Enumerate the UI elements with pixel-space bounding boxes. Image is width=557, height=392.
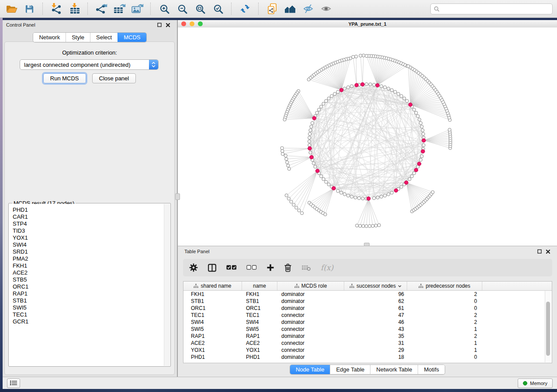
mcds-result-item[interactable]: SWI4 [9,241,170,248]
search-input[interactable] [442,5,549,12]
table-row[interactable]: SWI5SWI5connector431 [183,326,552,333]
float-panel-icon[interactable] [157,23,162,27]
zoom-out-icon[interactable] [175,2,189,16]
deselect-all-icon[interactable] [246,265,257,270]
tab-style[interactable]: Style [66,33,90,42]
table-cell: dominator [277,305,344,311]
mcds-result-item[interactable]: YOX1 [9,234,170,241]
mcds-result-item[interactable]: GCR1 [9,318,170,325]
table-tab-node-table[interactable]: Node Table [290,365,330,374]
close-panel-button[interactable]: Close panel [92,73,136,83]
select-stepper[interactable] [149,60,158,69]
tab-network[interactable]: Network [33,33,66,42]
network-graph[interactable] [178,28,557,246]
delete-column-icon[interactable] [284,263,292,272]
optimization-criterion-select[interactable]: largest connected component (undirected) [20,59,159,70]
export-table-icon[interactable] [112,2,126,16]
mcds-list-scrollbar[interactable] [164,204,170,366]
mcds-result-item[interactable]: TEC1 [9,311,170,318]
selected-criterion: largest connected component (undirected) [20,62,149,68]
import-table-icon[interactable] [67,2,81,16]
tab-mcds[interactable]: MCDS [118,33,146,42]
table-row[interactable]: RAP1RAP1dominator352 [183,333,552,340]
table-row[interactable]: ORC1ORC1dominator610 [183,305,552,312]
mcds-result-item[interactable]: RAP1 [9,290,170,297]
mcds-result-item[interactable]: SRD1 [9,248,170,255]
column-header-shared-name[interactable]: shared name [183,282,242,290]
memory-button[interactable]: Memory [518,378,553,388]
table-cell: YOX1 [242,347,277,353]
save-session-icon[interactable] [22,2,36,16]
mcds-result-item[interactable]: PMA2 [9,255,170,262]
mcds-result-item[interactable]: PHD1 [9,206,170,213]
table-row[interactable]: ACE2ACE2connector311 [183,340,552,347]
export-image-icon[interactable] [130,2,144,16]
column-header-predecessor-nodes[interactable]: predecessor nodes [407,282,482,290]
column-header-mcds-role[interactable]: MCDS role [277,282,344,290]
import-network-icon[interactable] [49,2,63,16]
zoom-in-icon[interactable] [157,2,171,16]
hide-graphics-details-icon[interactable] [301,2,315,16]
maximize-window-button[interactable] [198,21,203,26]
float-panel-icon[interactable] [537,249,542,254]
home-icon[interactable] [283,2,297,16]
split-view-icon[interactable] [208,263,217,272]
mcds-result-item[interactable]: STB5 [9,276,170,283]
mcds-result-item[interactable]: ACE2 [9,269,170,276]
table-tab-edge-table[interactable]: Edge Table [330,365,370,374]
close-panel-icon[interactable] [166,23,170,28]
toolbar-separator [258,3,259,15]
network-canvas[interactable] [178,28,557,246]
show-graphics-details-icon[interactable] [319,2,333,16]
mcds-result-item[interactable]: CAR1 [9,213,170,220]
mcds-result-item[interactable]: STB1 [9,297,170,304]
vertical-splitter-grip[interactable] [175,193,180,200]
column-header-successor-nodes[interactable]: successor nodes [344,282,407,290]
tab-select[interactable]: Select [90,33,118,42]
minimize-window-button[interactable] [190,21,194,26]
zoom-fit-icon[interactable] [193,2,207,16]
table-row[interactable]: TEC1TEC1connector472 [183,312,552,319]
export-network-icon[interactable] [94,2,108,16]
table-scrollbar[interactable] [545,291,551,362]
toolbar-separator [231,3,232,15]
select-all-icon[interactable] [226,265,237,270]
close-window-button[interactable] [181,21,186,26]
table-scrollbar-thumb[interactable] [546,302,550,356]
table-column-icon [349,284,354,288]
table-tab-network-table[interactable]: Network Table [370,365,418,374]
table-row[interactable]: PHD1PHD1dominator180 [183,354,552,361]
table-row[interactable]: YOX1YOX1connector291 [183,347,552,354]
table-row[interactable]: SWI4SWI4dominator462 [183,319,552,326]
settings-icon[interactable] [189,263,198,272]
table-tab-motifs[interactable]: Motifs [418,365,445,374]
add-column-icon[interactable] [266,264,274,272]
zoom-selected-icon[interactable] [211,2,225,16]
table-row[interactable]: STB1STB1dominator620 [183,298,552,305]
table-cell: connector [277,347,344,353]
status-bar: Memory [3,377,557,389]
table-row[interactable]: FKH1FKH1dominator962 [183,291,552,298]
mcds-result-item[interactable]: STP4 [9,220,170,227]
mcds-result-item[interactable]: FKH1 [9,262,170,269]
sort-desc-icon[interactable] [398,285,401,287]
mcds-result-item[interactable]: ORC1 [9,283,170,290]
column-header-name[interactable]: name [242,282,277,290]
run-mcds-button[interactable]: Run MCDS [43,73,86,83]
open-file-icon[interactable] [4,2,18,16]
table-cell: 0 [407,354,482,360]
horizontal-splitter-grip[interactable] [364,243,370,246]
close-panel-icon[interactable] [546,249,550,254]
search-box[interactable] [430,3,553,14]
table-cell: 1 [407,340,482,346]
table-cell: ORC1 [183,305,242,311]
mcds-result-item[interactable]: SWI5 [9,304,170,311]
refresh-view-icon[interactable] [238,2,252,16]
task-history-button[interactable] [7,378,20,388]
mcds-result-item[interactable]: TID3 [9,227,170,234]
table-cell: 62 [344,298,407,304]
table-column-icon [194,284,198,288]
network-window-titlebar[interactable]: YPA_prune.txt_1 [178,20,557,28]
table-cell: 61 [344,305,407,311]
share-document-icon[interactable] [265,2,279,16]
